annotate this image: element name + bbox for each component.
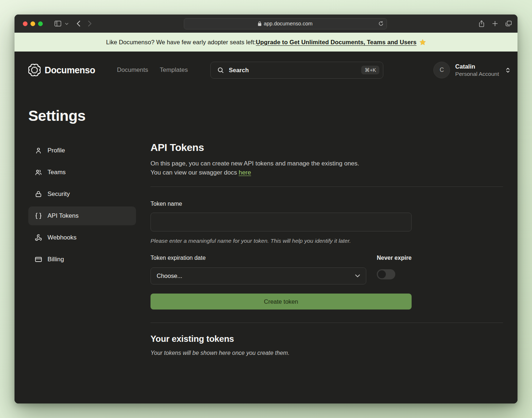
- nav-templates[interactable]: Templates: [160, 66, 187, 74]
- search-icon: [217, 67, 224, 74]
- url-text: app.documenso.com: [264, 21, 313, 26]
- sidebar-item-label: Security: [48, 190, 70, 198]
- existing-tokens-empty-text: Your tokens will be shown here once you …: [150, 350, 503, 356]
- browser-titlebar: app.documenso.com: [15, 15, 517, 33]
- search-shortcut-badge: ⌘+K: [361, 66, 379, 74]
- minimize-window-button[interactable]: [30, 21, 35, 26]
- sidebar-item-security[interactable]: Security: [28, 185, 136, 204]
- toggle-knob: [378, 270, 386, 278]
- divider: [150, 323, 503, 323]
- banner-text: Like Documenso? We have few early adopte…: [106, 39, 256, 46]
- sidebar-item-profile[interactable]: Profile: [28, 141, 136, 160]
- brand[interactable]: Documenso: [28, 64, 95, 76]
- address-bar[interactable]: app.documenso.com: [184, 18, 387, 29]
- reload-icon[interactable]: [379, 21, 383, 26]
- sidebar-item-label: Teams: [48, 169, 66, 176]
- existing-tokens-title: Your existing tokens: [150, 334, 503, 344]
- divider: [150, 187, 503, 187]
- braces-icon: [35, 212, 42, 220]
- expiration-select[interactable]: Choose...: [150, 267, 366, 284]
- sidebar-item-webhooks[interactable]: Webhooks: [28, 228, 136, 247]
- close-window-button[interactable]: [23, 21, 28, 26]
- app-content: Documenso Documents Templates ⌘+K C Cata…: [15, 52, 517, 403]
- expiration-select-value: Choose...: [157, 272, 182, 279]
- webhook-icon: [35, 234, 42, 241]
- users-icon: [35, 169, 42, 176]
- tab-overview-icon[interactable]: [506, 21, 512, 26]
- never-expire-label: Never expire: [377, 255, 412, 261]
- account-type: Personal Account: [455, 70, 499, 77]
- tab-group-chevron-icon[interactable]: [65, 22, 69, 25]
- description-line2: You can view our swagger docs: [150, 169, 239, 176]
- section-description: On this page, you can create new API tok…: [150, 159, 503, 177]
- star-icon: [419, 39, 426, 46]
- sidebar-item-label: Webhooks: [48, 234, 77, 241]
- main-nav: Documents Templates: [117, 66, 187, 74]
- share-icon[interactable]: [479, 20, 484, 27]
- description-line1: On this page, you can create new API tok…: [150, 160, 359, 167]
- create-token-button[interactable]: Create token: [150, 294, 412, 310]
- chevrons-up-down-icon: [505, 67, 511, 74]
- app-header: Documenso Documents Templates ⌘+K C Cata…: [15, 52, 517, 89]
- sidebar-toggle-icon[interactable]: [54, 21, 61, 26]
- new-tab-icon[interactable]: [492, 21, 498, 26]
- token-name-label: Token name: [150, 201, 412, 207]
- lock-icon: [258, 21, 261, 26]
- account-switcher[interactable]: C Catalin Personal Account: [433, 62, 512, 78]
- token-name-help: Please enter a meaningful name for your …: [150, 238, 412, 244]
- documenso-logo-icon: [28, 64, 41, 76]
- user-name: Catalin: [455, 63, 499, 70]
- page-title: Settings: [28, 107, 503, 124]
- browser-window: app.documenso.com: [15, 15, 517, 403]
- sidebar-item-label: Billing: [48, 256, 64, 263]
- chevron-down-icon: [355, 274, 360, 278]
- search-input[interactable]: [229, 67, 361, 74]
- settings-sidebar: Profile Teams Security: [28, 141, 136, 269]
- nav-documents[interactable]: Documents: [117, 66, 148, 74]
- sidebar-item-billing[interactable]: Billing: [28, 250, 136, 269]
- token-name-input[interactable]: [150, 213, 412, 231]
- forward-button-icon[interactable]: [88, 20, 92, 27]
- never-expire-toggle[interactable]: [377, 269, 395, 279]
- brand-name: Documenso: [45, 65, 95, 75]
- user-icon: [35, 147, 42, 154]
- search-bar[interactable]: ⌘+K: [210, 62, 383, 79]
- sidebar-item-teams[interactable]: Teams: [28, 163, 136, 182]
- sidebar-item-label: Profile: [48, 147, 65, 154]
- upgrade-banner: Like Documenso? We have few early adopte…: [15, 33, 517, 52]
- section-title: API Tokens: [150, 142, 503, 153]
- avatar: C: [433, 62, 450, 78]
- lock-icon: [35, 190, 42, 198]
- swagger-docs-link[interactable]: here: [239, 169, 251, 176]
- back-button-icon[interactable]: [77, 20, 81, 27]
- expiration-label: Token expiration date: [150, 255, 366, 261]
- upgrade-link[interactable]: Upgrade to Get Unlimited Documents, Team…: [256, 39, 417, 46]
- sidebar-item-api-tokens[interactable]: API Tokens: [28, 206, 136, 225]
- api-tokens-panel: API Tokens On this page, you can create …: [150, 141, 503, 356]
- credit-card-icon: [35, 256, 42, 263]
- sidebar-item-label: API Tokens: [48, 212, 79, 220]
- window-controls: [23, 21, 43, 26]
- zoom-window-button[interactable]: [38, 21, 43, 26]
